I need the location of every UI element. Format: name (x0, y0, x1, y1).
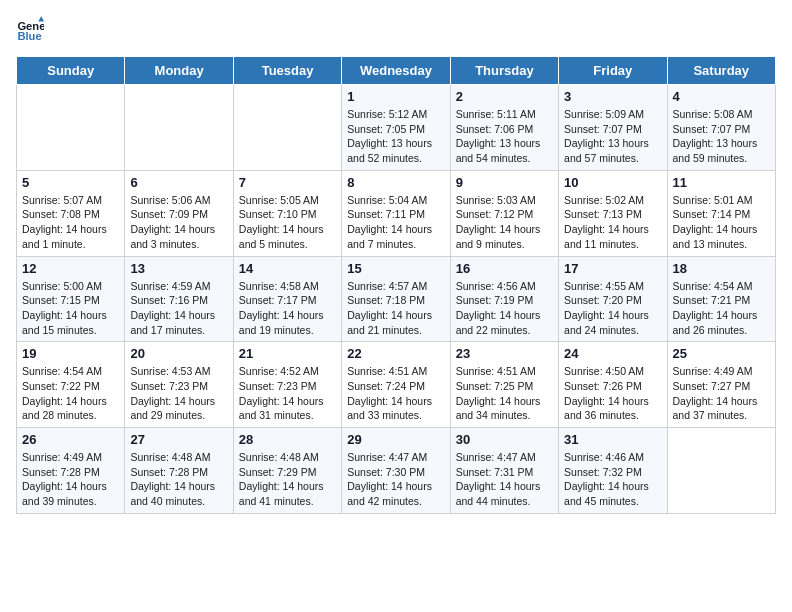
cell-info: Sunrise: 4:58 AMSunset: 7:17 PMDaylight:… (239, 279, 336, 338)
logo-icon: General Blue (16, 16, 44, 44)
svg-marker-2 (38, 16, 44, 22)
cell-info: Sunrise: 4:51 AMSunset: 7:25 PMDaylight:… (456, 364, 553, 423)
calendar-cell: 6Sunrise: 5:06 AMSunset: 7:09 PMDaylight… (125, 170, 233, 256)
cell-info: Sunrise: 4:53 AMSunset: 7:23 PMDaylight:… (130, 364, 227, 423)
cell-info: Sunrise: 4:56 AMSunset: 7:19 PMDaylight:… (456, 279, 553, 338)
cell-info: Sunrise: 5:05 AMSunset: 7:10 PMDaylight:… (239, 193, 336, 252)
cell-number: 29 (347, 432, 444, 447)
cell-number: 22 (347, 346, 444, 361)
cell-number: 15 (347, 261, 444, 276)
calendar-cell: 28Sunrise: 4:48 AMSunset: 7:29 PMDayligh… (233, 428, 341, 514)
cell-number: 5 (22, 175, 119, 190)
cell-info: Sunrise: 5:01 AMSunset: 7:14 PMDaylight:… (673, 193, 770, 252)
cell-info: Sunrise: 4:48 AMSunset: 7:29 PMDaylight:… (239, 450, 336, 509)
calendar-cell: 20Sunrise: 4:53 AMSunset: 7:23 PMDayligh… (125, 342, 233, 428)
calendar-cell: 24Sunrise: 4:50 AMSunset: 7:26 PMDayligh… (559, 342, 667, 428)
cell-number: 7 (239, 175, 336, 190)
calendar-cell (233, 85, 341, 171)
cell-number: 10 (564, 175, 661, 190)
calendar-cell: 2Sunrise: 5:11 AMSunset: 7:06 PMDaylight… (450, 85, 558, 171)
logo: General Blue (16, 16, 48, 44)
calendar-cell: 23Sunrise: 4:51 AMSunset: 7:25 PMDayligh… (450, 342, 558, 428)
calendar-cell: 15Sunrise: 4:57 AMSunset: 7:18 PMDayligh… (342, 256, 450, 342)
cell-info: Sunrise: 4:51 AMSunset: 7:24 PMDaylight:… (347, 364, 444, 423)
cell-info: Sunrise: 4:54 AMSunset: 7:21 PMDaylight:… (673, 279, 770, 338)
cell-info: Sunrise: 4:48 AMSunset: 7:28 PMDaylight:… (130, 450, 227, 509)
cell-info: Sunrise: 4:55 AMSunset: 7:20 PMDaylight:… (564, 279, 661, 338)
calendar-cell: 17Sunrise: 4:55 AMSunset: 7:20 PMDayligh… (559, 256, 667, 342)
cell-info: Sunrise: 5:03 AMSunset: 7:12 PMDaylight:… (456, 193, 553, 252)
cell-number: 28 (239, 432, 336, 447)
cell-number: 17 (564, 261, 661, 276)
calendar-cell: 12Sunrise: 5:00 AMSunset: 7:15 PMDayligh… (17, 256, 125, 342)
day-header-sunday: Sunday (17, 57, 125, 85)
calendar-cell: 10Sunrise: 5:02 AMSunset: 7:13 PMDayligh… (559, 170, 667, 256)
cell-number: 4 (673, 89, 770, 104)
cell-info: Sunrise: 4:46 AMSunset: 7:32 PMDaylight:… (564, 450, 661, 509)
cell-info: Sunrise: 4:49 AMSunset: 7:27 PMDaylight:… (673, 364, 770, 423)
cell-number: 3 (564, 89, 661, 104)
calendar-cell: 8Sunrise: 5:04 AMSunset: 7:11 PMDaylight… (342, 170, 450, 256)
cell-number: 8 (347, 175, 444, 190)
calendar-cell: 14Sunrise: 4:58 AMSunset: 7:17 PMDayligh… (233, 256, 341, 342)
svg-text:Blue: Blue (17, 30, 41, 42)
cell-info: Sunrise: 5:11 AMSunset: 7:06 PMDaylight:… (456, 107, 553, 166)
cell-number: 6 (130, 175, 227, 190)
cell-number: 31 (564, 432, 661, 447)
calendar-cell: 18Sunrise: 4:54 AMSunset: 7:21 PMDayligh… (667, 256, 775, 342)
calendar-cell (17, 85, 125, 171)
calendar-cell: 3Sunrise: 5:09 AMSunset: 7:07 PMDaylight… (559, 85, 667, 171)
cell-info: Sunrise: 4:52 AMSunset: 7:23 PMDaylight:… (239, 364, 336, 423)
cell-number: 26 (22, 432, 119, 447)
calendar-cell: 29Sunrise: 4:47 AMSunset: 7:30 PMDayligh… (342, 428, 450, 514)
calendar-cell: 21Sunrise: 4:52 AMSunset: 7:23 PMDayligh… (233, 342, 341, 428)
cell-info: Sunrise: 4:47 AMSunset: 7:31 PMDaylight:… (456, 450, 553, 509)
day-header-wednesday: Wednesday (342, 57, 450, 85)
cell-number: 27 (130, 432, 227, 447)
cell-number: 20 (130, 346, 227, 361)
calendar-cell: 13Sunrise: 4:59 AMSunset: 7:16 PMDayligh… (125, 256, 233, 342)
cell-number: 21 (239, 346, 336, 361)
day-header-tuesday: Tuesday (233, 57, 341, 85)
calendar-cell: 31Sunrise: 4:46 AMSunset: 7:32 PMDayligh… (559, 428, 667, 514)
cell-number: 13 (130, 261, 227, 276)
cell-info: Sunrise: 4:54 AMSunset: 7:22 PMDaylight:… (22, 364, 119, 423)
cell-number: 19 (22, 346, 119, 361)
calendar-cell: 26Sunrise: 4:49 AMSunset: 7:28 PMDayligh… (17, 428, 125, 514)
cell-number: 30 (456, 432, 553, 447)
calendar-table: SundayMondayTuesdayWednesdayThursdayFrid… (16, 56, 776, 514)
cell-info: Sunrise: 5:02 AMSunset: 7:13 PMDaylight:… (564, 193, 661, 252)
calendar-cell: 19Sunrise: 4:54 AMSunset: 7:22 PMDayligh… (17, 342, 125, 428)
calendar-cell: 7Sunrise: 5:05 AMSunset: 7:10 PMDaylight… (233, 170, 341, 256)
cell-number: 11 (673, 175, 770, 190)
cell-info: Sunrise: 5:12 AMSunset: 7:05 PMDaylight:… (347, 107, 444, 166)
calendar-cell: 30Sunrise: 4:47 AMSunset: 7:31 PMDayligh… (450, 428, 558, 514)
calendar-cell: 22Sunrise: 4:51 AMSunset: 7:24 PMDayligh… (342, 342, 450, 428)
cell-info: Sunrise: 4:49 AMSunset: 7:28 PMDaylight:… (22, 450, 119, 509)
cell-info: Sunrise: 4:59 AMSunset: 7:16 PMDaylight:… (130, 279, 227, 338)
calendar-cell: 25Sunrise: 4:49 AMSunset: 7:27 PMDayligh… (667, 342, 775, 428)
cell-info: Sunrise: 5:09 AMSunset: 7:07 PMDaylight:… (564, 107, 661, 166)
day-header-monday: Monday (125, 57, 233, 85)
cell-info: Sunrise: 4:47 AMSunset: 7:30 PMDaylight:… (347, 450, 444, 509)
cell-info: Sunrise: 5:07 AMSunset: 7:08 PMDaylight:… (22, 193, 119, 252)
cell-info: Sunrise: 5:06 AMSunset: 7:09 PMDaylight:… (130, 193, 227, 252)
cell-info: Sunrise: 5:04 AMSunset: 7:11 PMDaylight:… (347, 193, 444, 252)
cell-number: 9 (456, 175, 553, 190)
calendar-cell: 27Sunrise: 4:48 AMSunset: 7:28 PMDayligh… (125, 428, 233, 514)
calendar-cell (125, 85, 233, 171)
cell-number: 18 (673, 261, 770, 276)
calendar-cell: 16Sunrise: 4:56 AMSunset: 7:19 PMDayligh… (450, 256, 558, 342)
cell-number: 2 (456, 89, 553, 104)
calendar-cell: 11Sunrise: 5:01 AMSunset: 7:14 PMDayligh… (667, 170, 775, 256)
day-header-thursday: Thursday (450, 57, 558, 85)
cell-number: 1 (347, 89, 444, 104)
day-header-friday: Friday (559, 57, 667, 85)
cell-info: Sunrise: 4:50 AMSunset: 7:26 PMDaylight:… (564, 364, 661, 423)
calendar-cell: 5Sunrise: 5:07 AMSunset: 7:08 PMDaylight… (17, 170, 125, 256)
cell-number: 12 (22, 261, 119, 276)
calendar-cell: 1Sunrise: 5:12 AMSunset: 7:05 PMDaylight… (342, 85, 450, 171)
cell-number: 16 (456, 261, 553, 276)
calendar-cell (667, 428, 775, 514)
page-header: General Blue (16, 16, 776, 44)
